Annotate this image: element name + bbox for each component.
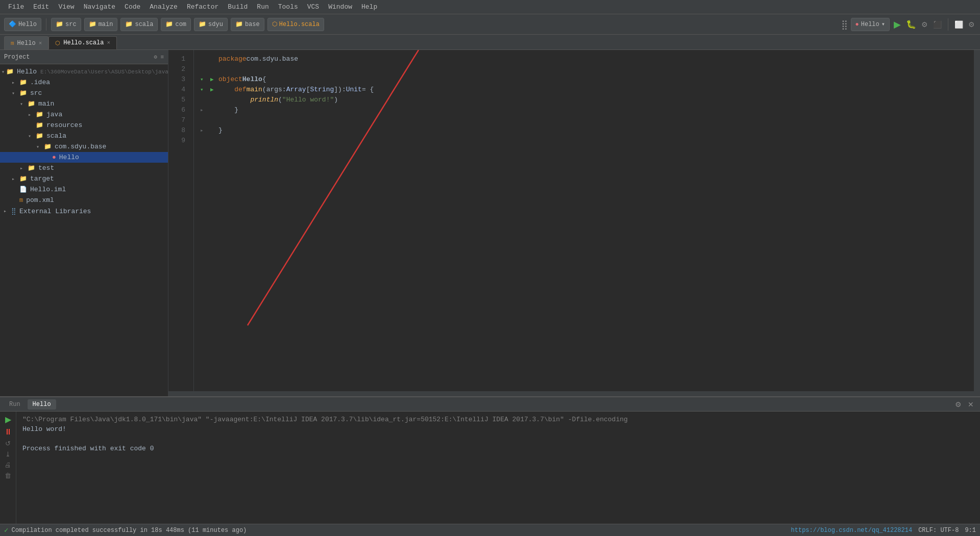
tab-hello-scala[interactable]: ⬡ Hello.scala × xyxy=(48,36,117,49)
tree-item-main[interactable]: ▾ 📁 main xyxy=(0,98,168,109)
tree-item-com-sdyu-base[interactable]: ▾ 📁 com.sdyu.base xyxy=(0,141,168,152)
menu-edit[interactable]: Edit xyxy=(29,2,53,12)
menu-view[interactable]: View xyxy=(54,2,78,12)
sep xyxy=(948,18,948,31)
config-icon: ● xyxy=(855,21,859,28)
stop-run-button[interactable]: ⏸ xyxy=(4,427,12,437)
tree-item-hello-root[interactable]: ▾ 📁 Hello E:\360MoveData\Users\ASUS\Desk… xyxy=(0,66,168,77)
fold-3[interactable]: ▾ xyxy=(200,74,210,85)
folder-icon: 📁 xyxy=(89,20,96,28)
code-container: 1 2 3 4 5 6 7 8 9 package com.sdyu.base xyxy=(168,50,980,391)
output-line-blank xyxy=(22,434,974,444)
rerun-failed-button[interactable]: ↺ xyxy=(5,440,11,447)
fold-6[interactable]: ▸ xyxy=(200,105,210,115)
menu-file[interactable]: File xyxy=(4,2,28,12)
toolbar-right: ⣿ ● Hello ▾ ▶ 🐛 ⚙ ⬛ ⬜ ⚙ xyxy=(841,18,976,31)
status-link[interactable]: https://blog.csdn.net/qq_41228214 xyxy=(791,527,913,534)
stop-button[interactable]: ⬛ xyxy=(932,19,943,30)
debug-button[interactable]: 🐛 xyxy=(905,18,917,30)
run-marker-4[interactable]: ▶ xyxy=(210,85,218,95)
tab-hello-kt[interactable]: m Hello × xyxy=(4,36,48,49)
hello-file-icon: ● xyxy=(52,154,56,161)
fold-4[interactable]: ▾ xyxy=(200,85,210,95)
menu-window[interactable]: Window xyxy=(324,2,356,12)
menu-navigate[interactable]: Navigate xyxy=(80,2,119,12)
tree-item-hello-file[interactable]: ● Hello xyxy=(0,152,168,163)
folder-icon: 📁 xyxy=(19,89,27,97)
run-button[interactable]: ▶ xyxy=(893,18,902,31)
run-config-dropdown[interactable]: ● Hello ▾ xyxy=(851,18,890,31)
bottom-content: ▶ ⏸ ↺ ⤓ 🖨 🗑 "C:\Program Files\Java\jdk1.… xyxy=(0,412,980,524)
toolbar: 🔷 Hello 📁 src 📁 main 📁 scala 📁 com 📁 sdy… xyxy=(0,14,980,35)
breadcrumb-base[interactable]: 📁 base xyxy=(231,18,264,31)
main-area: Project ⚙ ≡ ▾ 📁 Hello E:\360MoveData\Use… xyxy=(0,50,980,396)
clear-button[interactable]: 🗑 xyxy=(5,472,11,479)
breadcrumb-sdyu[interactable]: 📁 sdyu xyxy=(194,18,228,31)
scala-folder-icon: 📁 xyxy=(36,132,43,140)
breadcrumb-main[interactable]: 📁 main xyxy=(84,18,118,31)
xml-icon: m xyxy=(19,197,23,204)
breadcrumb-src[interactable]: 📁 src xyxy=(51,18,81,31)
tree-item-test[interactable]: ▸ 📁 test xyxy=(0,163,168,173)
settings-button[interactable]: ⚙ xyxy=(967,19,976,30)
menu-bar: File Edit View Navigate Code Analyze Ref… xyxy=(0,0,980,14)
menu-refactor[interactable]: Refactor xyxy=(183,2,223,12)
tree-item-src[interactable]: ▾ 📁 src xyxy=(0,88,168,98)
project-name-label: Hello xyxy=(18,21,37,28)
tab-close-hello[interactable]: × xyxy=(39,40,42,46)
tree-item-hello-iml[interactable]: 📄 Hello.iml xyxy=(0,184,168,195)
sidebar-title: Project xyxy=(4,54,30,61)
print-button[interactable]: 🖨 xyxy=(5,461,11,469)
tab-label: Hello xyxy=(17,40,36,47)
run-marker-3[interactable]: ▶ xyxy=(210,74,218,85)
tree-item-ext-libraries[interactable]: ▸ ⣿ External Libraries xyxy=(0,206,168,217)
toolbar-layout-icon[interactable]: ⣿ xyxy=(841,19,848,30)
menu-build[interactable]: Build xyxy=(224,2,252,12)
code-line-3: ▾ ▶ object Hello { xyxy=(200,74,968,85)
output-area: "C:\Program Files\Java\jdk1.8.0_171\bin\… xyxy=(16,412,980,524)
editor-tab-bar: m Hello × ⬡ Hello.scala × xyxy=(0,35,980,50)
fold-8[interactable]: ▸ xyxy=(200,125,210,136)
tree-item-pom-xml[interactable]: m pom.xml xyxy=(0,195,168,206)
sidebar-settings-icon[interactable]: ⚙ ≡ xyxy=(154,54,164,60)
tree-item-scala[interactable]: ▾ 📁 scala xyxy=(0,131,168,141)
folder-icon: 📁 xyxy=(165,20,173,28)
editor-scrollbar[interactable] xyxy=(974,50,980,391)
status-encoding[interactable]: CRLF: UTF-8 xyxy=(918,527,959,534)
menu-code[interactable]: Code xyxy=(120,2,144,12)
settings-icon[interactable]: ⚙ xyxy=(953,399,964,410)
run-again-button[interactable]: ▶ xyxy=(5,415,11,424)
tree-item-target[interactable]: ▸ 📁 target xyxy=(0,173,168,184)
scroll-to-end-button[interactable]: ⤓ xyxy=(5,450,11,458)
breadcrumb-com[interactable]: 📁 com xyxy=(161,18,191,31)
tab-close-scala[interactable]: × xyxy=(107,40,110,46)
menu-run[interactable]: Run xyxy=(253,2,273,12)
menu-analyze[interactable]: Analyze xyxy=(145,2,182,12)
tree-item-resources[interactable]: 📁 resources xyxy=(0,120,168,131)
bottom-tab-hello[interactable]: Hello xyxy=(28,399,56,410)
code-line-4: ▾ ▶ def main(args: Array[String]): Unit … xyxy=(200,85,968,95)
output-line-cmd: "C:\Program Files\Java\jdk1.8.0_171\bin\… xyxy=(22,415,974,424)
maximize-button[interactable]: ⬜ xyxy=(953,19,964,30)
menu-vcs[interactable]: VCS xyxy=(303,2,323,12)
bottom-tab-run[interactable]: Run xyxy=(4,399,26,410)
output-line-exit: Process finished with exit code 0 xyxy=(22,444,974,453)
folder-icon: 📁 xyxy=(56,20,63,28)
tree-item-idea[interactable]: ▸ 📁 .idea xyxy=(0,77,168,88)
breadcrumb-scala[interactable]: 📁 scala xyxy=(120,18,158,31)
code-line-1: package com.sdyu.base xyxy=(200,54,968,64)
menu-help[interactable]: Help xyxy=(357,2,381,12)
status-position[interactable]: 9:1 xyxy=(965,527,976,534)
hide-panel-icon[interactable]: ✕ xyxy=(966,399,976,410)
breadcrumb-file[interactable]: ⬡ Hello.scala xyxy=(267,18,324,31)
folder-icon: 📁 xyxy=(199,20,206,28)
hello-icon: 🔷 xyxy=(9,20,16,28)
line-numbers: 1 2 3 4 5 6 7 8 9 xyxy=(168,50,194,391)
code-editor[interactable]: package com.sdyu.base ▾ ▶ object Hello {… xyxy=(194,50,974,391)
run-sidebar: ▶ ⏸ ↺ ⤓ 🖨 🗑 xyxy=(0,412,16,524)
project-name-btn[interactable]: 🔷 Hello xyxy=(4,18,41,31)
coverage-button[interactable]: ⚙ xyxy=(920,19,929,30)
tree-item-java[interactable]: ▸ 📁 java xyxy=(0,109,168,120)
editor-h-scrollbar[interactable] xyxy=(168,391,980,396)
menu-tools[interactable]: Tools xyxy=(274,2,302,12)
